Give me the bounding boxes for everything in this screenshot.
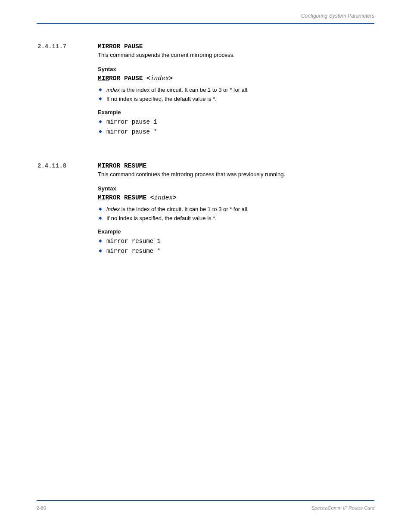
section-number: 2.4.11.7 xyxy=(37,43,66,50)
command-name: MIRROR RESUME xyxy=(98,162,146,169)
footer-title: SpectraComm IP Router Card xyxy=(311,505,374,510)
syntax-close: > xyxy=(169,75,173,82)
bullet-item: index is the index of the circuit. It ca… xyxy=(98,86,368,94)
section-heading: 2.4.11.8 MIRROR RESUME xyxy=(98,162,368,169)
example-list: mirror pause 1 mirror pause * xyxy=(98,118,368,136)
syntax-line: MIRROR PAUSE <index> xyxy=(98,75,368,82)
bullet-item: index is the index of the circuit. It ca… xyxy=(98,205,368,213)
syntax-close: > xyxy=(173,194,177,201)
command-name: MIRROR PAUSE xyxy=(98,43,143,50)
top-rule xyxy=(37,23,374,24)
syntax-label: Syntax xyxy=(98,66,368,72)
bullet-item: If no index is specified, the default va… xyxy=(98,95,368,103)
section-mirror-resume: 2.4.11.8 MIRROR RESUME This command cont… xyxy=(98,162,368,256)
section-mirror-pause: 2.4.11.7 MIRROR PAUSE This command suspe… xyxy=(98,43,368,137)
bullet-text: If no index is specified, the default va… xyxy=(106,96,217,102)
syntax-bullets: index is the index of the circuit. It ca… xyxy=(98,86,368,103)
param-label: index xyxy=(106,87,120,93)
example-item: mirror resume 1 xyxy=(98,237,368,246)
syntax-abbrev: MIR xyxy=(98,194,109,201)
example-code: mirror resume * xyxy=(106,248,161,255)
bullet-text: If no index is specified, the default va… xyxy=(106,215,217,221)
bullet-text: is the index of the circuit. It can be 1… xyxy=(120,206,249,212)
page-header: Configuring System Parameters xyxy=(301,13,374,19)
bullet-item: If no index is specified, the default va… xyxy=(98,215,368,222)
example-item: mirror pause 1 xyxy=(98,118,368,127)
example-label: Example xyxy=(98,228,368,235)
syntax-rest: ROR RESUME < xyxy=(109,194,154,201)
param-label: index xyxy=(106,206,120,212)
section-description: This command suspends the current mirror… xyxy=(98,52,368,58)
example-code: mirror pause 1 xyxy=(106,118,157,125)
example-code: mirror resume 1 xyxy=(106,238,161,245)
section-description: This command continues the mirroring pro… xyxy=(98,171,368,177)
section-heading: 2.4.11.7 MIRROR PAUSE xyxy=(98,43,368,50)
example-label: Example xyxy=(98,109,368,115)
section-number: 2.4.11.8 xyxy=(37,162,66,169)
bullet-text: is the index of the circuit. It can be 1… xyxy=(120,87,249,93)
syntax-abbrev: MIR xyxy=(98,75,109,82)
syntax-label: Syntax xyxy=(98,185,368,192)
syntax-param: index xyxy=(150,75,169,82)
example-list: mirror resume 1 mirror resume * xyxy=(98,237,368,255)
example-item: mirror resume * xyxy=(98,247,368,256)
main-content: 2.4.11.7 MIRROR PAUSE This command suspe… xyxy=(98,43,368,281)
example-code: mirror pause * xyxy=(106,128,157,135)
syntax-param: index xyxy=(154,194,173,201)
syntax-bullets: index is the index of the circuit. It ca… xyxy=(98,205,368,222)
example-item: mirror pause * xyxy=(98,128,368,137)
syntax-line: MIRROR RESUME <index> xyxy=(98,194,368,201)
syntax-rest: ROR PAUSE < xyxy=(109,75,150,82)
bottom-rule xyxy=(37,500,374,501)
page-number: 2-80 xyxy=(37,505,46,510)
